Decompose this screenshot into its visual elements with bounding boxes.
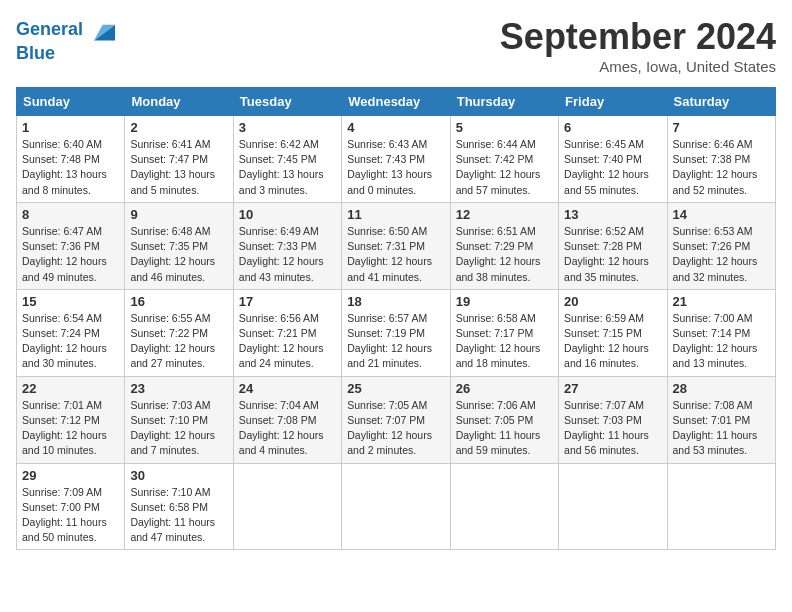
day-number: 25 — [347, 381, 444, 396]
calendar-cell: 17 Sunrise: 6:56 AM Sunset: 7:21 PM Dayl… — [233, 289, 341, 376]
day-info: Sunrise: 7:01 AM Sunset: 7:12 PM Dayligh… — [22, 398, 119, 459]
daylight: Daylight: 11 hours and 53 minutes. — [673, 429, 758, 456]
calendar-body: 1 Sunrise: 6:40 AM Sunset: 7:48 PM Dayli… — [17, 116, 776, 550]
calendar-cell: 1 Sunrise: 6:40 AM Sunset: 7:48 PM Dayli… — [17, 116, 125, 203]
sunset: Sunset: 7:29 PM — [456, 240, 534, 252]
sunrise: Sunrise: 7:07 AM — [564, 399, 644, 411]
calendar-cell: 11 Sunrise: 6:50 AM Sunset: 7:31 PM Dayl… — [342, 202, 450, 289]
weekday-header: Saturday — [667, 88, 775, 116]
daylight: Daylight: 13 hours and 0 minutes. — [347, 168, 432, 195]
day-info: Sunrise: 6:40 AM Sunset: 7:48 PM Dayligh… — [22, 137, 119, 198]
sunrise: Sunrise: 7:06 AM — [456, 399, 536, 411]
daylight: Daylight: 12 hours and 4 minutes. — [239, 429, 324, 456]
day-info: Sunrise: 7:04 AM Sunset: 7:08 PM Dayligh… — [239, 398, 336, 459]
calendar-week: 15 Sunrise: 6:54 AM Sunset: 7:24 PM Dayl… — [17, 289, 776, 376]
sunrise: Sunrise: 6:40 AM — [22, 138, 102, 150]
day-number: 14 — [673, 207, 770, 222]
day-info: Sunrise: 6:56 AM Sunset: 7:21 PM Dayligh… — [239, 311, 336, 372]
day-info: Sunrise: 6:47 AM Sunset: 7:36 PM Dayligh… — [22, 224, 119, 285]
month-title: September 2024 — [500, 16, 776, 58]
calendar-week: 29 Sunrise: 7:09 AM Sunset: 7:00 PM Dayl… — [17, 463, 776, 550]
day-info: Sunrise: 6:41 AM Sunset: 7:47 PM Dayligh… — [130, 137, 227, 198]
calendar-cell: 15 Sunrise: 6:54 AM Sunset: 7:24 PM Dayl… — [17, 289, 125, 376]
calendar-cell: 27 Sunrise: 7:07 AM Sunset: 7:03 PM Dayl… — [559, 376, 667, 463]
day-number: 4 — [347, 120, 444, 135]
daylight: Daylight: 12 hours and 10 minutes. — [22, 429, 107, 456]
calendar-cell: 21 Sunrise: 7:00 AM Sunset: 7:14 PM Dayl… — [667, 289, 775, 376]
sunrise: Sunrise: 7:05 AM — [347, 399, 427, 411]
sunset: Sunset: 7:43 PM — [347, 153, 425, 165]
day-info: Sunrise: 6:50 AM Sunset: 7:31 PM Dayligh… — [347, 224, 444, 285]
sunrise: Sunrise: 6:58 AM — [456, 312, 536, 324]
sunrise: Sunrise: 7:09 AM — [22, 486, 102, 498]
day-number: 7 — [673, 120, 770, 135]
sunset: Sunset: 7:38 PM — [673, 153, 751, 165]
sunset: Sunset: 7:03 PM — [564, 414, 642, 426]
sunset: Sunset: 7:35 PM — [130, 240, 208, 252]
day-number: 27 — [564, 381, 661, 396]
logo-text: General — [16, 20, 83, 40]
day-info: Sunrise: 7:07 AM Sunset: 7:03 PM Dayligh… — [564, 398, 661, 459]
logo: General Blue — [16, 16, 115, 64]
day-info: Sunrise: 6:58 AM Sunset: 7:17 PM Dayligh… — [456, 311, 553, 372]
day-info: Sunrise: 6:48 AM Sunset: 7:35 PM Dayligh… — [130, 224, 227, 285]
daylight: Daylight: 12 hours and 55 minutes. — [564, 168, 649, 195]
day-number: 11 — [347, 207, 444, 222]
sunset: Sunset: 7:22 PM — [130, 327, 208, 339]
day-number: 22 — [22, 381, 119, 396]
day-number: 18 — [347, 294, 444, 309]
sunset: Sunset: 7:08 PM — [239, 414, 317, 426]
sunrise: Sunrise: 6:41 AM — [130, 138, 210, 150]
day-info: Sunrise: 6:45 AM Sunset: 7:40 PM Dayligh… — [564, 137, 661, 198]
sunset: Sunset: 7:24 PM — [22, 327, 100, 339]
empty-cell — [342, 463, 450, 550]
sunrise: Sunrise: 6:56 AM — [239, 312, 319, 324]
calendar-cell: 8 Sunrise: 6:47 AM Sunset: 7:36 PM Dayli… — [17, 202, 125, 289]
calendar-cell: 24 Sunrise: 7:04 AM Sunset: 7:08 PM Dayl… — [233, 376, 341, 463]
day-number: 20 — [564, 294, 661, 309]
logo-blue: Blue — [16, 44, 115, 64]
day-info: Sunrise: 6:57 AM Sunset: 7:19 PM Dayligh… — [347, 311, 444, 372]
calendar-cell: 5 Sunrise: 6:44 AM Sunset: 7:42 PM Dayli… — [450, 116, 558, 203]
sunset: Sunset: 7:42 PM — [456, 153, 534, 165]
logo-icon — [87, 16, 115, 44]
sunset: Sunset: 7:05 PM — [456, 414, 534, 426]
empty-cell — [559, 463, 667, 550]
weekday-header: Friday — [559, 88, 667, 116]
sunrise: Sunrise: 6:55 AM — [130, 312, 210, 324]
daylight: Daylight: 13 hours and 3 minutes. — [239, 168, 324, 195]
daylight: Daylight: 13 hours and 5 minutes. — [130, 168, 215, 195]
calendar-week: 8 Sunrise: 6:47 AM Sunset: 7:36 PM Dayli… — [17, 202, 776, 289]
daylight: Daylight: 12 hours and 49 minutes. — [22, 255, 107, 282]
calendar-cell: 6 Sunrise: 6:45 AM Sunset: 7:40 PM Dayli… — [559, 116, 667, 203]
day-info: Sunrise: 6:52 AM Sunset: 7:28 PM Dayligh… — [564, 224, 661, 285]
day-number: 13 — [564, 207, 661, 222]
day-number: 28 — [673, 381, 770, 396]
day-info: Sunrise: 7:08 AM Sunset: 7:01 PM Dayligh… — [673, 398, 770, 459]
calendar-cell: 28 Sunrise: 7:08 AM Sunset: 7:01 PM Dayl… — [667, 376, 775, 463]
calendar-header: SundayMondayTuesdayWednesdayThursdayFrid… — [17, 88, 776, 116]
calendar-cell: 19 Sunrise: 6:58 AM Sunset: 7:17 PM Dayl… — [450, 289, 558, 376]
day-number: 21 — [673, 294, 770, 309]
day-info: Sunrise: 6:51 AM Sunset: 7:29 PM Dayligh… — [456, 224, 553, 285]
sunrise: Sunrise: 6:46 AM — [673, 138, 753, 150]
calendar-cell: 4 Sunrise: 6:43 AM Sunset: 7:43 PM Dayli… — [342, 116, 450, 203]
sunset: Sunset: 7:14 PM — [673, 327, 751, 339]
daylight: Daylight: 12 hours and 43 minutes. — [239, 255, 324, 282]
daylight: Daylight: 12 hours and 41 minutes. — [347, 255, 432, 282]
daylight: Daylight: 11 hours and 59 minutes. — [456, 429, 541, 456]
calendar-cell: 7 Sunrise: 6:46 AM Sunset: 7:38 PM Dayli… — [667, 116, 775, 203]
sunrise: Sunrise: 7:00 AM — [673, 312, 753, 324]
day-number: 3 — [239, 120, 336, 135]
calendar-cell: 26 Sunrise: 7:06 AM Sunset: 7:05 PM Dayl… — [450, 376, 558, 463]
daylight: Daylight: 12 hours and 7 minutes. — [130, 429, 215, 456]
day-number: 5 — [456, 120, 553, 135]
day-number: 6 — [564, 120, 661, 135]
daylight: Daylight: 11 hours and 50 minutes. — [22, 516, 107, 543]
daylight: Daylight: 12 hours and 27 minutes. — [130, 342, 215, 369]
day-info: Sunrise: 7:03 AM Sunset: 7:10 PM Dayligh… — [130, 398, 227, 459]
day-number: 16 — [130, 294, 227, 309]
calendar-cell: 23 Sunrise: 7:03 AM Sunset: 7:10 PM Dayl… — [125, 376, 233, 463]
empty-cell — [233, 463, 341, 550]
sunrise: Sunrise: 6:53 AM — [673, 225, 753, 237]
